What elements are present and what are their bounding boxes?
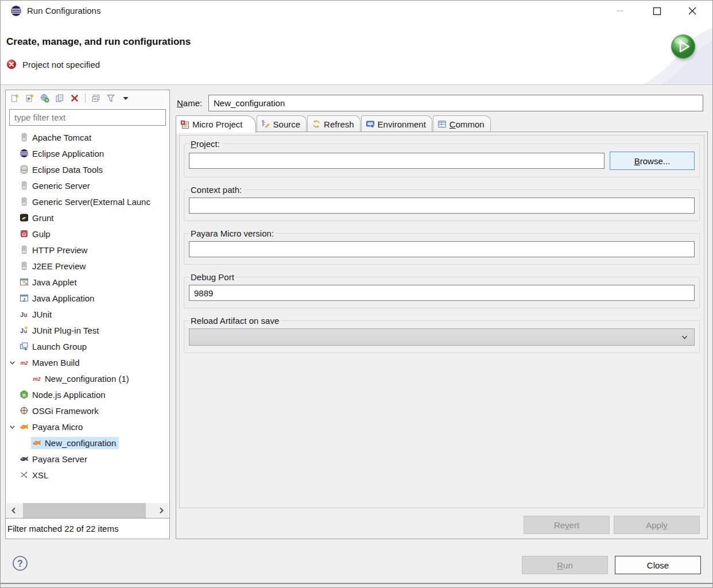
tree-item[interactable]: Payara Micro	[6, 419, 169, 435]
tab-environment[interactable]: Environment	[361, 115, 432, 132]
tab-label: Refresh	[324, 119, 354, 129]
tree-item[interactable]: Launch Group	[6, 338, 169, 354]
tree-item[interactable]: XSL	[6, 467, 169, 483]
tree-item[interactable]: JJava Application	[6, 290, 169, 306]
tree-item-content[interactable]: GGulp	[18, 228, 53, 240]
context-path-input[interactable]	[189, 198, 695, 214]
tree-item-content[interactable]: Generic Server	[18, 180, 93, 192]
reload-artifact-label: Reload Artifact on save	[189, 316, 281, 326]
tree-item[interactable]: HTTP Preview	[6, 242, 169, 258]
scroll-right-button[interactable]	[154, 503, 169, 518]
maximize-icon	[653, 7, 661, 16]
new-launch-configuration-button[interactable]	[9, 92, 21, 104]
duplicate-launch-configuration-button[interactable]	[54, 92, 65, 104]
tree-item[interactable]: Eclipse Application	[6, 145, 169, 161]
tree-item-content[interactable]: Launch Group	[18, 341, 90, 353]
scroll-left-button[interactable]	[6, 503, 21, 518]
tab-source[interactable]: Source	[257, 115, 307, 132]
junit-plugin-icon: Ju	[20, 326, 29, 335]
menu-dropdown-button[interactable]	[120, 92, 131, 104]
tree-item-content[interactable]: JuJUnit	[18, 308, 55, 320]
configuration-tree: Apache TomcatEclipse ApplicationEclipse …	[6, 128, 169, 483]
close-window-button[interactable]	[679, 1, 706, 21]
help-button[interactable]: ?	[12, 555, 28, 571]
tree-item-label: Payara Server	[32, 454, 87, 464]
tree-item[interactable]: New_configuration	[6, 435, 169, 451]
tree-item[interactable]: J2EE Preview	[6, 258, 169, 274]
tab-common[interactable]: Common	[433, 115, 491, 132]
run-button[interactable]: Run	[522, 556, 608, 574]
tree-item-content[interactable]: New_configuration	[31, 437, 119, 449]
tree-item[interactable]: m2New_configuration (1)	[6, 370, 169, 386]
error-icon	[6, 59, 17, 69]
tree-item[interactable]: Eclipse Data Tools	[6, 161, 169, 177]
filter-launch-configurations-button[interactable]	[105, 92, 117, 104]
revert-button[interactable]: Revert	[524, 516, 610, 534]
tab-micro-project[interactable]: Micro Project	[176, 115, 256, 133]
tree-item-content[interactable]: HTTP Preview	[18, 244, 90, 256]
export-launch-configuration-button[interactable]	[39, 92, 51, 104]
micro-version-input[interactable]	[189, 241, 695, 257]
svg-text:u: u	[24, 312, 28, 318]
tree-item-content[interactable]: m2Maven Build	[18, 357, 83, 369]
minimize-button[interactable]	[607, 1, 633, 21]
tree-item-label: JUnit Plug-in Test	[32, 326, 99, 335]
tree-item[interactable]: JuJUnit	[6, 306, 169, 322]
tree-item[interactable]: Grunt	[6, 210, 169, 226]
tree-item[interactable]: JuJUnit Plug-in Test	[6, 322, 169, 338]
tree-item-content[interactable]: OSGi Framework	[18, 405, 102, 417]
minimize-icon	[615, 6, 625, 16]
tree-item-content[interactable]: nNode.js Application	[18, 389, 108, 401]
tree-item-label: XSL	[32, 470, 48, 480]
tree-item[interactable]: nNode.js Application	[6, 386, 169, 403]
new-launch-prototype-button[interactable]: P	[24, 92, 36, 104]
tree-item[interactable]: Apache Tomcat	[6, 129, 169, 145]
tree-item-label: New_configuration	[45, 438, 116, 448]
filter-input[interactable]	[9, 109, 166, 126]
tab-label: Environment	[378, 119, 426, 129]
tree-item[interactable]: m2Maven Build	[6, 354, 169, 370]
tab-content: Project: Browse... Context path: Payara …	[176, 131, 708, 539]
tree-item-content[interactable]: Payara Server	[18, 453, 90, 465]
tree-item[interactable]: Generic Server	[6, 177, 169, 194]
apply-button[interactable]: Apply	[614, 516, 700, 534]
name-input[interactable]	[208, 95, 703, 111]
scrollbar-thumb[interactable]	[23, 503, 146, 518]
tree-item-content[interactable]: JuJUnit Plug-in Test	[18, 324, 102, 336]
m2-icon: m2	[32, 374, 41, 383]
tree-item-content[interactable]: XSL	[18, 469, 51, 481]
expand-toggle[interactable]	[6, 359, 18, 366]
project-input[interactable]	[189, 153, 604, 169]
tree-item-content[interactable]: Java Applet	[18, 276, 80, 288]
svg-text:m2: m2	[33, 376, 40, 382]
horizontal-scrollbar[interactable]	[6, 503, 169, 518]
tree-item-content[interactable]: J2EE Preview	[18, 260, 88, 272]
close-button[interactable]: Close	[615, 556, 701, 574]
tree-item-content[interactable]: Generic Server(External Launc	[18, 196, 153, 208]
tree-item[interactable]: Generic Server(External Launc	[6, 194, 169, 210]
tree-item[interactable]: Payara Server	[6, 451, 169, 467]
browse-button[interactable]: Browse...	[610, 152, 695, 170]
window-title: Run Configurations	[27, 6, 100, 16]
tree-item-content[interactable]: m2New_configuration (1)	[31, 373, 132, 385]
tree-item[interactable]: GGulp	[6, 226, 169, 242]
collapse-all-icon	[91, 94, 100, 103]
tree-item-content[interactable]: Apache Tomcat	[18, 131, 94, 144]
tree-item-label: Apache Tomcat	[32, 133, 91, 142]
tree-item-content[interactable]: Eclipse Application	[18, 148, 107, 160]
tab-refresh[interactable]: Refresh	[307, 115, 361, 132]
maximize-button[interactable]	[644, 1, 670, 21]
tree-item-content[interactable]: Grunt	[18, 212, 57, 224]
tree-item-content[interactable]: Payara Micro	[18, 421, 86, 433]
delete-launch-configuration-button[interactable]	[69, 92, 80, 104]
filter-status-text: Filter matched 22 of 22 items	[6, 518, 169, 539]
run-configurations-dialog: Run Configurations Create, manage, and r…	[0, 0, 713, 588]
tree-item[interactable]: Java Applet	[6, 274, 169, 290]
tree-item-content[interactable]: JJava Application	[18, 292, 97, 304]
debug-port-input[interactable]	[189, 285, 695, 301]
tree-item-content[interactable]: Eclipse Data Tools	[18, 164, 106, 176]
tree-item[interactable]: OSGi Framework	[6, 403, 169, 419]
collapse-all-button[interactable]	[90, 92, 102, 104]
reload-artifact-dropdown[interactable]	[189, 328, 695, 346]
expand-toggle[interactable]	[6, 423, 18, 431]
